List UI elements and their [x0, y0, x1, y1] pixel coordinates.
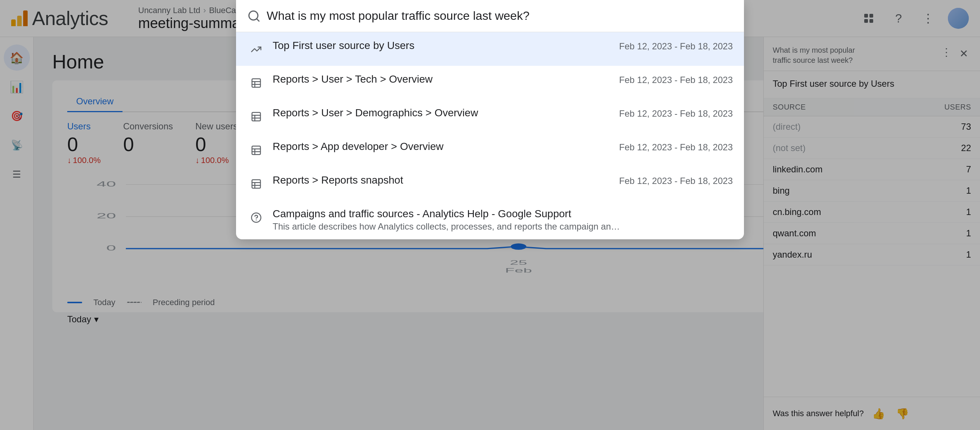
trending-icon — [247, 40, 265, 58]
search-input-row — [236, 0, 744, 32]
svg-rect-23 — [252, 180, 261, 189]
result-title-5: Reports > Reports snapshot — [273, 174, 612, 186]
search-result-item[interactable]: Reports > User > Tech > Overview Feb 12,… — [236, 66, 744, 99]
result-content-6: Campaigns and traffic sources - Analytic… — [273, 208, 733, 232]
result-title-2: Reports > User > Tech > Overview — [273, 73, 612, 85]
svg-rect-11 — [252, 79, 261, 88]
svg-rect-19 — [252, 146, 261, 155]
help-icon-6 — [247, 209, 265, 227]
report-icon-5 — [247, 175, 265, 193]
search-icon — [247, 10, 261, 23]
result-date-4: Feb 12, 2023 - Feb 18, 2023 — [619, 141, 733, 153]
result-title-6: Campaigns and traffic sources - Analytic… — [273, 208, 733, 220]
result-content-3: Reports > User > Demographics > Overview — [273, 107, 612, 119]
result-date-3: Feb 12, 2023 - Feb 18, 2023 — [619, 107, 733, 119]
report-icon-2 — [247, 74, 265, 92]
search-result-item[interactable]: Reports > Reports snapshot Feb 12, 2023 … — [236, 167, 744, 200]
result-subtitle-6: This article describes how Analytics col… — [273, 221, 733, 232]
result-content-1: Top First user source by Users — [273, 40, 612, 51]
report-icon-3 — [247, 108, 265, 126]
result-date-1: Feb 12, 2023 - Feb 18, 2023 — [619, 40, 733, 51]
search-input[interactable] — [267, 9, 733, 23]
result-content-4: Reports > App developer > Overview — [273, 141, 612, 153]
svg-line-10 — [256, 18, 259, 21]
result-title-1: Top First user source by Users — [273, 40, 612, 51]
search-result-item[interactable]: Reports > User > Demographics > Overview… — [236, 99, 744, 133]
search-result-item[interactable]: Campaigns and traffic sources - Analytic… — [236, 200, 744, 239]
search-overlay: Top First user source by Users Feb 12, 2… — [0, 0, 980, 430]
result-title-3: Reports > User > Demographics > Overview — [273, 107, 612, 119]
report-icon-4 — [247, 141, 265, 159]
svg-rect-15 — [252, 113, 261, 121]
result-title-4: Reports > App developer > Overview — [273, 141, 612, 153]
result-content-5: Reports > Reports snapshot — [273, 174, 612, 186]
search-result-item[interactable]: Reports > App developer > Overview Feb 1… — [236, 133, 744, 167]
search-result-item[interactable]: Top First user source by Users Feb 12, 2… — [236, 32, 744, 66]
search-box: Top First user source by Users Feb 12, 2… — [236, 0, 744, 239]
result-date-5: Feb 12, 2023 - Feb 18, 2023 — [619, 174, 733, 186]
result-date-2: Feb 12, 2023 - Feb 18, 2023 — [619, 73, 733, 85]
result-content-2: Reports > User > Tech > Overview — [273, 73, 612, 85]
